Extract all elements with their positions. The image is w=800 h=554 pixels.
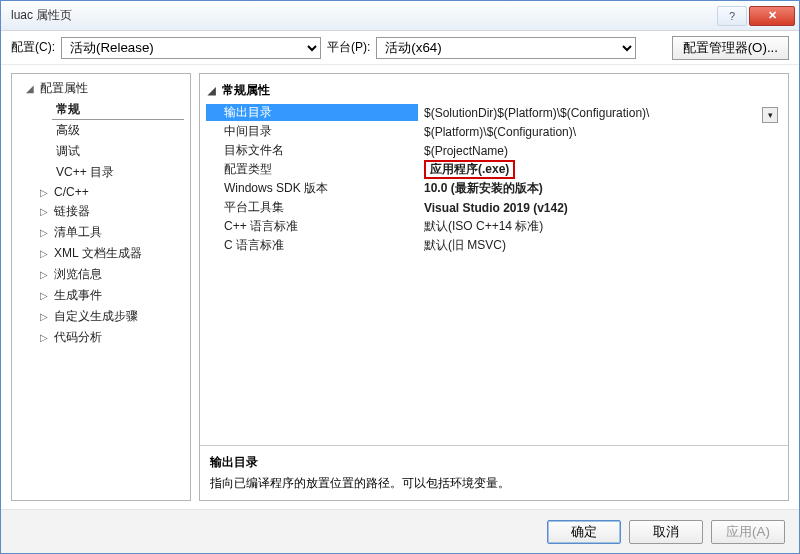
chevron-right-icon: ▷ — [40, 332, 50, 343]
prop-toolset[interactable]: 平台工具集 Visual Studio 2019 (v142) — [206, 198, 782, 217]
chevron-right-icon: ▷ — [40, 269, 50, 280]
tree-root[interactable]: ◢ 配置属性 — [12, 78, 190, 99]
body: ◢ 配置属性 常规 高级 调试 VC++ 目录 ▷C/C++ ▷链接器 ▷清单工… — [1, 65, 799, 509]
prop-target-name[interactable]: 目标文件名 $(ProjectName) — [206, 141, 782, 160]
description-text: 指向已编译程序的放置位置的路径。可以包括环境变量。 — [210, 475, 778, 492]
chevron-right-icon: ▷ — [40, 206, 50, 217]
window-title: luac 属性页 — [11, 7, 715, 24]
description-title: 输出目录 — [210, 454, 778, 471]
footer: 确定 取消 应用(A) — [1, 509, 799, 553]
titlebar: luac 属性页 ? ✕ — [1, 1, 799, 31]
prop-winsdk[interactable]: Windows SDK 版本 10.0 (最新安装的版本) — [206, 179, 782, 198]
prop-output-dir[interactable]: 输出目录 $(SolutionDir)$(Platform)\$(Configu… — [206, 103, 782, 122]
chevron-right-icon: ▷ — [40, 290, 50, 301]
apply-button[interactable]: 应用(A) — [711, 520, 785, 544]
chevron-right-icon: ▷ — [40, 227, 50, 238]
close-button[interactable]: ✕ — [749, 6, 795, 26]
tree-item-linker[interactable]: ▷链接器 — [12, 201, 190, 222]
chevron-right-icon: ▷ — [40, 248, 50, 259]
tree-panel[interactable]: ◢ 配置属性 常规 高级 调试 VC++ 目录 ▷C/C++ ▷链接器 ▷清单工… — [11, 73, 191, 501]
dropdown-icon[interactable]: ▾ — [762, 107, 778, 123]
prop-c-std[interactable]: C 语言标准 默认(旧 MSVC) — [206, 236, 782, 255]
platform-label: 平台(P): — [327, 39, 370, 56]
ok-button[interactable]: 确定 — [547, 520, 621, 544]
prop-intermediate-dir[interactable]: 中间目录 $(Platform)\$(Configuration)\ — [206, 122, 782, 141]
tree-item-advanced[interactable]: 高级 — [12, 120, 190, 141]
tree-item-buildevents[interactable]: ▷生成事件 — [12, 285, 190, 306]
property-group-header[interactable]: ◢ 常规属性 — [206, 80, 782, 103]
config-label: 配置(C): — [11, 39, 55, 56]
tree-item-ccpp[interactable]: ▷C/C++ — [12, 183, 190, 201]
config-select[interactable]: 活动(Release) — [61, 37, 321, 59]
description-panel: 输出目录 指向已编译程序的放置位置的路径。可以包括环境变量。 — [200, 445, 788, 500]
tree-item-browse[interactable]: ▷浏览信息 — [12, 264, 190, 285]
property-panel: ◢ 常规属性 输出目录 $(SolutionDir)$(Platform)\$(… — [199, 73, 789, 501]
property-list: ◢ 常规属性 输出目录 $(SolutionDir)$(Platform)\$(… — [200, 74, 788, 445]
tree-item-xmldoc[interactable]: ▷XML 文档生成器 — [12, 243, 190, 264]
prop-config-type[interactable]: 配置类型 应用程序(.exe) — [206, 160, 782, 179]
platform-select[interactable]: 活动(x64) — [376, 37, 636, 59]
config-bar: 配置(C): 活动(Release) 平台(P): 活动(x64) 配置管理器(… — [1, 31, 799, 65]
tree-item-manifest[interactable]: ▷清单工具 — [12, 222, 190, 243]
chevron-down-icon: ◢ — [26, 83, 36, 94]
tree-item-general[interactable]: 常规 — [12, 99, 190, 120]
chevron-right-icon: ▷ — [40, 311, 50, 322]
tree-item-debug[interactable]: 调试 — [12, 141, 190, 162]
config-manager-button[interactable]: 配置管理器(O)... — [672, 36, 789, 60]
cancel-button[interactable]: 取消 — [629, 520, 703, 544]
property-pages-window: luac 属性页 ? ✕ 配置(C): 活动(Release) 平台(P): 活… — [0, 0, 800, 554]
tree-item-codeanalysis[interactable]: ▷代码分析 — [12, 327, 190, 348]
help-button[interactable]: ? — [717, 6, 747, 26]
chevron-right-icon: ▷ — [40, 187, 50, 198]
tree-item-vcdirs[interactable]: VC++ 目录 — [12, 162, 190, 183]
prop-cpp-std[interactable]: C++ 语言标准 默认(ISO C++14 标准) — [206, 217, 782, 236]
chevron-down-icon: ◢ — [208, 85, 218, 96]
tree-item-custombuild[interactable]: ▷自定义生成步骤 — [12, 306, 190, 327]
